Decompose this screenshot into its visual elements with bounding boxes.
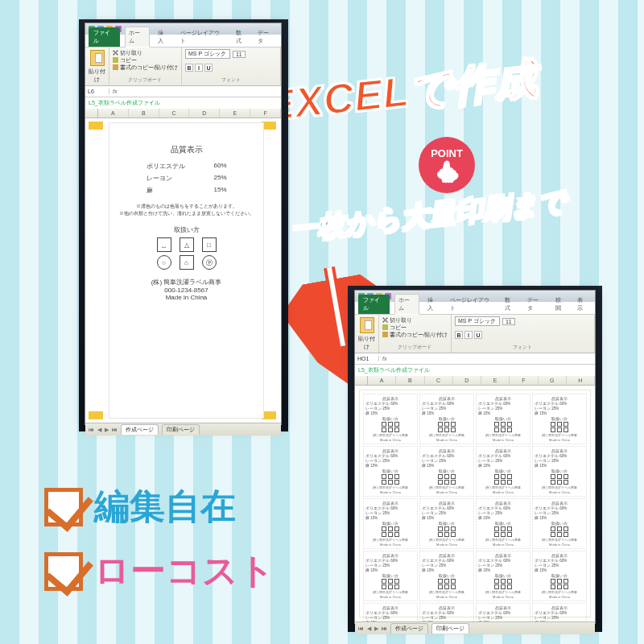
- sheet-tab-create[interactable]: 作成ページ: [121, 424, 159, 435]
- italic-button[interactable]: I: [195, 64, 203, 72]
- mini-label: 品質表示ポリエステル 60%レーヨン 25%麻 15%取扱い方(株) 簡単洗濯ラ…: [532, 551, 587, 601]
- tab-file[interactable]: ファイル: [89, 27, 120, 47]
- iron-symbol-icon: ⌂: [180, 255, 194, 270]
- format-painter-button[interactable]: 書式のコピー/貼り付け: [390, 331, 448, 338]
- tab-page-layout[interactable]: ページレイアウト: [447, 295, 497, 314]
- cut-icon[interactable]: [113, 50, 118, 56]
- paste-button[interactable]: 貼り付け: [358, 335, 375, 351]
- paste-icon[interactable]: [90, 50, 105, 66]
- col-header[interactable]: F: [510, 376, 538, 385]
- sheet-nav-prev-icon[interactable]: ◀: [97, 427, 101, 433]
- sheet-tab-print[interactable]: 印刷ページ: [162, 424, 200, 435]
- sheet-nav-first-icon[interactable]: ⏮: [89, 427, 94, 432]
- dry-symbol-icon: □: [202, 237, 217, 252]
- font-group-label: フォント: [455, 344, 591, 351]
- col-header[interactable]: G: [539, 376, 567, 385]
- sheet-tabs-bar: ⏮ ◀ ▶ ⏭ 作成ページ 印刷ページ: [85, 423, 281, 436]
- tab-formulas[interactable]: 数式: [502, 295, 519, 314]
- headline-excel: EXCELで作成: [263, 51, 540, 135]
- font-name-select[interactable]: MS P ゴシック: [185, 49, 230, 59]
- bold-button[interactable]: B: [455, 331, 463, 339]
- label-company: (株) 簡単洗濯ラベル商事: [151, 278, 222, 287]
- paste-button[interactable]: 貼り付け: [89, 68, 105, 84]
- format-painter-icon[interactable]: [113, 64, 118, 70]
- mini-label: 品質表示ポリエステル 60%レーヨン 25%麻 15%取扱い方(株) 簡単洗濯ラ…: [419, 498, 474, 549]
- mini-label: 品質表示ポリエステル 60%レーヨン 25%麻 15%取扱い方(株) 簡単洗濯ラ…: [476, 446, 530, 497]
- name-box[interactable]: L6: [85, 89, 109, 94]
- sheet-nav-first-icon[interactable]: ⏮: [358, 625, 364, 631]
- tab-data[interactable]: データ: [524, 295, 547, 314]
- col-header[interactable]: A: [368, 376, 396, 385]
- tab-formulas[interactable]: 数式: [233, 27, 250, 47]
- tab-insert[interactable]: 挿入: [424, 295, 442, 314]
- tab-review[interactable]: 校閲: [552, 295, 570, 314]
- sheet-nav-next-icon[interactable]: ▶: [374, 625, 378, 632]
- cut-icon[interactable]: [382, 317, 388, 323]
- col-header[interactable]: H: [567, 376, 595, 385]
- select-all-corner[interactable]: [355, 376, 368, 385]
- fx-icon[interactable]: fx: [109, 89, 120, 94]
- copy-icon[interactable]: [382, 324, 388, 330]
- sheet-tab-print[interactable]: 印刷ページ: [431, 623, 469, 634]
- tab-page-layout[interactable]: ページレイアウト: [177, 27, 228, 47]
- col-header[interactable]: E: [481, 376, 510, 385]
- bold-button[interactable]: B: [185, 64, 193, 72]
- sheet-nav-prev-icon[interactable]: ◀: [367, 625, 371, 632]
- mini-label: 品質表示ポリエステル 60%レーヨン 25%麻 15%取扱い方(株) 簡単洗濯ラ…: [476, 394, 530, 444]
- col-header[interactable]: D: [453, 376, 481, 385]
- copy-button[interactable]: コピー: [120, 56, 137, 64]
- material-name: レーヨン: [147, 174, 172, 183]
- underline-button[interactable]: U: [204, 64, 213, 72]
- cut-button[interactable]: 切り取り: [120, 49, 142, 56]
- headline-print: 一枚から大量印刷まで: [289, 183, 568, 249]
- tab-file[interactable]: ファイル: [358, 295, 390, 314]
- col-header[interactable]: C: [159, 109, 190, 118]
- sheet-tab-create[interactable]: 作成ページ: [390, 623, 428, 634]
- cut-button[interactable]: 切り取り: [390, 316, 412, 324]
- ribbon-tabs: ファイル ホーム 挿入 ページレイアウト 数式 データ 校閲 表示: [355, 302, 595, 315]
- col-header[interactable]: B: [396, 376, 424, 385]
- col-header[interactable]: A: [98, 109, 129, 118]
- pointing-hand-icon: [433, 159, 460, 184]
- tab-data[interactable]: データ: [254, 27, 278, 47]
- marker-tag: [89, 122, 103, 130]
- sheet-area[interactable]: 品質表示 ポリエステル60% レーヨン25% 麻15% ※濃色のものは色落ちをす…: [85, 118, 281, 423]
- paste-icon[interactable]: [360, 317, 374, 333]
- ribbon: 貼り付け 切り取り コピー 書式のコピー/貼り付け クリップボード MS P ゴ…: [85, 47, 281, 86]
- underline-button[interactable]: U: [474, 331, 482, 339]
- col-header[interactable]: D: [189, 109, 220, 118]
- copy-icon[interactable]: [113, 57, 118, 63]
- font-name-select[interactable]: MS P ゴシック: [455, 316, 500, 326]
- col-header[interactable]: C: [425, 376, 453, 385]
- sheet-tabs-bar: ⏮ ◀ ▶ ⏭ 作成ページ 印刷ページ: [355, 621, 595, 634]
- italic-button[interactable]: I: [464, 331, 473, 339]
- font-size-select[interactable]: 11: [233, 51, 246, 58]
- sheet-nav-last-icon[interactable]: ⏭: [112, 427, 118, 432]
- dryclean-symbol-icon: Ⓟ: [202, 255, 217, 270]
- sheet-nav-last-icon[interactable]: ⏭: [382, 625, 387, 631]
- font-size-select[interactable]: 11: [502, 318, 515, 325]
- format-painter-button[interactable]: 書式のコピー/貼り付け: [120, 64, 178, 71]
- label-title: 品質表示: [171, 144, 203, 155]
- col-header[interactable]: F: [250, 109, 281, 118]
- tab-view[interactable]: 表示: [574, 295, 592, 314]
- bullet-lowcost: ローコスト: [44, 547, 275, 595]
- mini-label: 品質表示ポリエステル 60%レーヨン 25%麻 15%取扱い方(株) 簡単洗濯ラ…: [363, 498, 418, 549]
- mini-label: 品質表示ポリエステル 60%レーヨン 25%麻 15%取扱い方(株) 簡単洗濯ラ…: [363, 394, 418, 444]
- col-header[interactable]: E: [220, 109, 250, 118]
- column-headers: A B C D E F: [85, 109, 281, 118]
- name-box[interactable]: HO1: [355, 356, 379, 361]
- copy-button[interactable]: コピー: [390, 324, 407, 331]
- doc-header: L5_衣類ラベル作成ファイル: [355, 365, 595, 376]
- select-all-corner[interactable]: [85, 109, 98, 118]
- col-header[interactable]: B: [129, 109, 159, 118]
- material-pct: 60%: [213, 162, 226, 171]
- tab-home[interactable]: ホーム: [125, 27, 150, 47]
- sheet-area[interactable]: 品質表示ポリエステル 60%レーヨン 25%麻 15%取扱い方(株) 簡単洗濯ラ…: [355, 386, 595, 621]
- tab-insert[interactable]: 挿入: [155, 27, 172, 47]
- fx-icon[interactable]: fx: [379, 356, 390, 361]
- tab-home[interactable]: ホーム: [394, 294, 419, 315]
- clipboard-group-label: クリップボード: [113, 76, 178, 84]
- format-painter-icon[interactable]: [382, 332, 388, 337]
- sheet-nav-next-icon[interactable]: ▶: [105, 427, 109, 433]
